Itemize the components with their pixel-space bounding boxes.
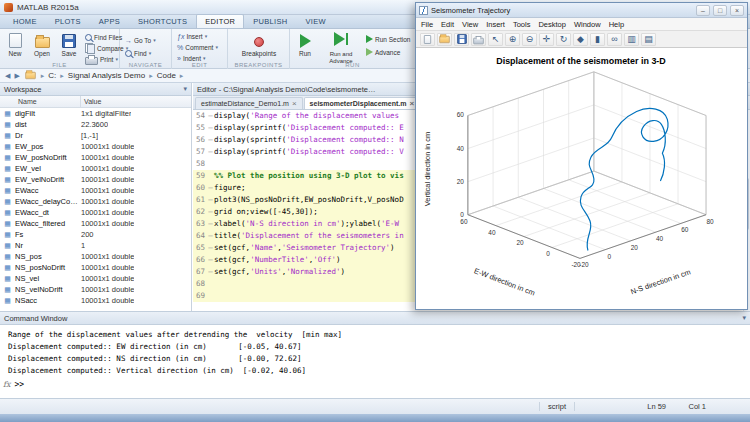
close-tab-icon[interactable]: × [410, 101, 415, 107]
new-figure-icon[interactable] [420, 33, 435, 46]
comment-button[interactable]: % Comment▾ [177, 42, 218, 52]
find-button[interactable]: Find▾ [125, 48, 151, 58]
breakpoint-alley[interactable]: – [207, 194, 214, 206]
tab-editor[interactable]: EDITOR [196, 14, 244, 28]
back-icon[interactable]: ◀ [5, 72, 10, 80]
tab-apps[interactable]: APPS [90, 14, 129, 28]
breakpoints-button[interactable]: Breakpoints [231, 31, 287, 57]
workspace-row[interactable]: ▦dist22.3600 [0, 119, 191, 130]
advance-button[interactable]: Advance [366, 47, 400, 57]
breakpoint-alley[interactable] [207, 158, 214, 170]
workspace-row[interactable]: ▦NS_pos10001x1 double [0, 251, 191, 262]
breakpoint-alley[interactable] [207, 290, 214, 302]
breakpoint-alley[interactable]: – [207, 230, 214, 242]
tab-home[interactable]: HOME [4, 14, 46, 28]
command-prompt[interactable]: >> [14, 380, 24, 389]
insert-colorbar-icon[interactable]: ▥ [624, 33, 639, 46]
menu-edit[interactable]: Edit [441, 20, 454, 29]
link-plot-icon[interactable]: ∞ [607, 33, 622, 46]
indent-icon: » [177, 55, 181, 62]
run-section-button[interactable]: Run Section [366, 34, 410, 44]
breakpoint-alley[interactable]: – [207, 146, 214, 158]
run-button[interactable]: Run [292, 31, 318, 57]
rotate-3d-icon[interactable]: ↻ [556, 33, 571, 46]
goto-button[interactable]: → Go To▾ [125, 35, 156, 45]
browse-folder-icon[interactable] [25, 72, 35, 79]
breadcrumb-item[interactable]: Signal Analysis Demo [68, 71, 145, 80]
tab-view[interactable]: VIEW [296, 14, 334, 28]
figure-titlebar[interactable]: Seismometer Trajectory – □ × [416, 3, 747, 18]
pan-icon[interactable]: ✛ [539, 33, 554, 46]
column-value[interactable]: Value [84, 98, 101, 105]
editor-tab[interactable]: estimateDistance_Demo1.m× [195, 97, 303, 109]
workspace-row[interactable]: ▦NS_vel10001x1 double [0, 273, 191, 284]
find-files-button[interactable]: Find Files [85, 32, 122, 42]
data-cursor-icon[interactable]: ◆ [573, 33, 588, 46]
workspace-row[interactable]: ▦digFilt1x1 digitalFilter [0, 108, 191, 119]
save-button[interactable]: Save [56, 31, 82, 57]
workspace-row[interactable]: ▦EWacc10001x1 double [0, 185, 191, 196]
figure-minimize-icon[interactable]: – [696, 5, 710, 16]
breakpoint-alley[interactable]: – [207, 218, 214, 230]
print-figure-icon[interactable] [471, 33, 486, 46]
new-button[interactable]: New [2, 31, 28, 57]
workspace-row[interactable]: ▦EW_posNoDrift10001x1 double [0, 152, 191, 163]
tab-publish[interactable]: PUBLISH [244, 14, 296, 28]
workspace-row[interactable]: ▦NSacc10001x1 double [0, 295, 191, 306]
menu-insert[interactable]: Insert [486, 20, 505, 29]
breakpoint-alley[interactable]: – [207, 110, 214, 122]
workspace-row[interactable]: ▦EW_pos10001x1 double [0, 141, 191, 152]
edit-plot-icon[interactable]: ↖ [488, 33, 503, 46]
panel-menu-icon[interactable]: ▾ [742, 314, 746, 322]
variable-icon: ▦ [0, 242, 15, 250]
workspace-row[interactable]: ▦NS_posNoDrift10001x1 double [0, 262, 191, 273]
breadcrumb-item[interactable]: C: [48, 71, 56, 80]
editor-tab[interactable]: seismometerDisplacement.m× [304, 97, 421, 109]
breakpoint-alley[interactable]: – [207, 254, 214, 266]
brush-icon[interactable]: ▮ [590, 33, 605, 46]
breakpoint-alley[interactable]: – [207, 122, 214, 134]
figure-maximize-icon[interactable]: □ [713, 5, 727, 16]
workspace-row[interactable]: ▦EWacc_delayCo…10001x1 double [0, 196, 191, 207]
open-file-icon[interactable] [437, 33, 452, 46]
close-tab-icon[interactable]: × [292, 101, 297, 107]
tab-shortcuts[interactable]: SHORTCUTS [129, 14, 196, 28]
breakpoint-alley[interactable] [207, 170, 214, 182]
figure-plot-area[interactable]: -20020406080-2002040600204060 Displaceme… [416, 50, 747, 309]
breakpoint-alley[interactable] [207, 278, 214, 290]
workspace-row[interactable]: ▦Fs200 [0, 229, 191, 240]
workspace-row[interactable]: ▦Nr1 [0, 240, 191, 251]
insert-button[interactable]: ƒx Insert▾ [177, 31, 207, 41]
breakpoint-alley[interactable]: – [207, 134, 214, 146]
panel-menu-icon[interactable]: ▾ [183, 85, 187, 93]
insert-legend-icon[interactable]: ▤ [641, 33, 656, 46]
zoom-in-icon[interactable]: ⊕ [505, 33, 520, 46]
breakpoint-alley[interactable]: – [207, 266, 214, 278]
breakpoint-alley[interactable]: – [207, 242, 214, 254]
zoom-out-icon[interactable]: ⊖ [522, 33, 537, 46]
menu-desktop[interactable]: Desktop [538, 20, 566, 29]
breakpoint-alley[interactable]: – [207, 182, 214, 194]
menu-window[interactable]: Window [574, 20, 601, 29]
workspace-row[interactable]: ▦EW_vel10001x1 double [0, 163, 191, 174]
variable-value: 10001x1 double [81, 274, 134, 283]
open-button[interactable]: Open [29, 31, 55, 57]
run-and-advance-button[interactable]: Run and Advance [320, 31, 362, 65]
command-output[interactable]: Range of the displacement values after d… [8, 329, 342, 377]
menu-file[interactable]: File [421, 20, 433, 29]
workspace-row[interactable]: ▦EWacc_dt10001x1 double [0, 207, 191, 218]
tab-plots[interactable]: PLOTS [46, 14, 90, 28]
breakpoint-alley[interactable]: – [207, 206, 214, 218]
workspace-row[interactable]: ▦Dr[1,-1] [0, 130, 191, 141]
save-figure-icon[interactable] [454, 33, 469, 46]
breadcrumb-item[interactable]: Code [157, 71, 176, 80]
workspace-row[interactable]: ▦EW_velNoDrift10001x1 double [0, 174, 191, 185]
column-name[interactable]: Name [18, 98, 37, 105]
menu-help[interactable]: Help [609, 20, 624, 29]
figure-close-icon[interactable]: × [730, 5, 744, 16]
menu-tools[interactable]: Tools [513, 20, 531, 29]
menu-view[interactable]: View [462, 20, 478, 29]
forward-icon[interactable]: ▶ [14, 72, 19, 80]
workspace-row[interactable]: ▦EWacc_filtered10001x1 double [0, 218, 191, 229]
workspace-row[interactable]: ▦NS_velNoDrift10001x1 double [0, 284, 191, 295]
